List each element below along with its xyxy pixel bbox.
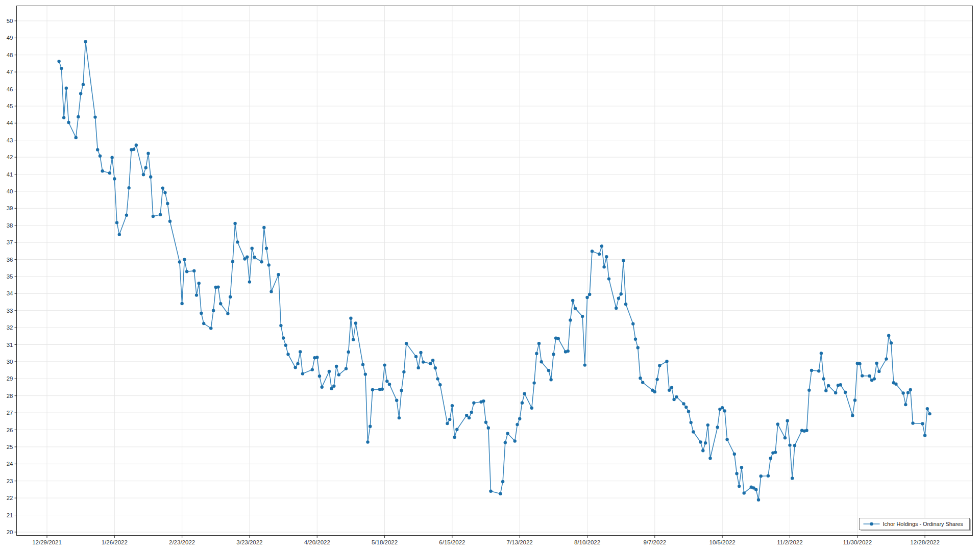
data-point-marker bbox=[658, 364, 661, 367]
data-point-marker bbox=[328, 370, 331, 373]
data-point-marker bbox=[757, 498, 760, 502]
data-point-marker bbox=[504, 441, 507, 444]
data-point-marker bbox=[675, 395, 678, 398]
data-point-marker bbox=[501, 480, 504, 483]
data-point-marker bbox=[521, 402, 524, 405]
data-point-marker bbox=[159, 213, 162, 216]
data-point-marker bbox=[721, 406, 724, 409]
data-point-marker bbox=[873, 377, 876, 380]
data-point-marker bbox=[383, 363, 386, 366]
data-point-marker bbox=[233, 222, 236, 225]
data-point-marker bbox=[877, 370, 880, 373]
data-point-marker bbox=[180, 302, 183, 305]
data-point-marker bbox=[330, 387, 333, 390]
data-point-marker bbox=[438, 383, 442, 386]
data-point-marker bbox=[530, 407, 533, 410]
data-point-marker bbox=[513, 439, 517, 442]
y-tick-label: 38 bbox=[7, 222, 13, 229]
data-point-marker bbox=[284, 344, 287, 347]
data-point-marker bbox=[716, 425, 719, 429]
y-tick-label: 35 bbox=[7, 273, 13, 280]
data-point-marker bbox=[569, 318, 572, 321]
data-point-marker bbox=[482, 399, 485, 403]
y-tick-label: 21 bbox=[7, 512, 13, 518]
data-point-marker bbox=[516, 423, 519, 426]
data-point-marker bbox=[125, 214, 128, 217]
x-tick-label: 12/29/2021 bbox=[32, 539, 62, 545]
data-point-marker bbox=[692, 430, 695, 433]
y-tick-label: 20 bbox=[7, 529, 13, 535]
data-point-marker bbox=[701, 449, 704, 452]
y-tick-label: 28 bbox=[7, 393, 13, 399]
data-point-marker bbox=[906, 391, 910, 394]
y-tick-label: 47 bbox=[7, 69, 13, 75]
data-point-marker bbox=[567, 349, 570, 353]
data-point-marker bbox=[149, 176, 152, 179]
data-point-marker bbox=[110, 156, 113, 159]
data-point-marker bbox=[760, 474, 763, 478]
data-point-marker bbox=[431, 359, 434, 362]
y-tick-label: 34 bbox=[7, 290, 13, 296]
data-point-marker bbox=[858, 362, 861, 365]
data-point-marker bbox=[414, 355, 418, 358]
data-point-marker bbox=[251, 247, 254, 250]
data-point-marker bbox=[723, 409, 726, 412]
data-point-marker bbox=[547, 369, 550, 372]
data-point-marker bbox=[216, 285, 219, 288]
y-tick-label: 43 bbox=[7, 137, 13, 143]
y-tick-label: 27 bbox=[7, 410, 13, 416]
data-point-marker bbox=[246, 256, 249, 259]
data-point-marker bbox=[706, 423, 709, 427]
x-tick-label: 1/26/2022 bbox=[102, 539, 128, 545]
data-point-marker bbox=[725, 438, 728, 441]
data-point-marker bbox=[369, 425, 372, 428]
data-point-marker bbox=[523, 392, 526, 395]
y-tick-label: 37 bbox=[7, 239, 13, 245]
data-point-marker bbox=[417, 366, 420, 369]
y-tick-label: 41 bbox=[7, 171, 13, 178]
data-point-marker bbox=[793, 444, 796, 447]
data-point-marker bbox=[769, 457, 772, 460]
data-point-marker bbox=[788, 443, 791, 446]
data-point-marker bbox=[99, 155, 102, 158]
data-point-marker bbox=[537, 342, 541, 345]
data-point-marker bbox=[557, 337, 560, 340]
data-point-marker bbox=[347, 350, 350, 354]
data-point-marker bbox=[774, 450, 777, 454]
data-point-marker bbox=[767, 474, 770, 478]
y-tick-label: 25 bbox=[7, 444, 13, 450]
data-point-marker bbox=[318, 374, 321, 378]
data-point-marker bbox=[198, 282, 201, 285]
data-point-marker bbox=[388, 383, 391, 386]
data-point-marker bbox=[349, 317, 352, 320]
data-point-marker bbox=[294, 366, 297, 369]
data-point-marker bbox=[108, 171, 111, 174]
data-point-marker bbox=[135, 143, 138, 146]
y-tick-label: 49 bbox=[7, 35, 13, 41]
data-point-marker bbox=[402, 370, 405, 373]
data-point-marker bbox=[532, 381, 535, 384]
data-point-marker bbox=[267, 263, 271, 266]
data-point-marker bbox=[733, 453, 736, 456]
data-point-marker bbox=[142, 173, 145, 176]
axis-labels: 2021222324252627282930313233343536373839… bbox=[7, 18, 940, 545]
data-point-marker bbox=[229, 295, 232, 298]
data-point-marker bbox=[75, 136, 78, 139]
data-point-marker bbox=[192, 269, 195, 272]
data-point-marker bbox=[385, 380, 388, 383]
data-point-marker bbox=[851, 414, 854, 417]
data-point-marker bbox=[231, 260, 234, 263]
data-point-marker bbox=[321, 386, 324, 389]
data-point-marker bbox=[163, 191, 166, 194]
data-point-marker bbox=[455, 428, 458, 431]
data-point-marker bbox=[776, 422, 779, 425]
data-point-marker bbox=[311, 368, 314, 371]
x-tick-label: 3/23/2022 bbox=[236, 539, 262, 545]
data-point-marker bbox=[270, 290, 273, 293]
data-point-marker bbox=[282, 336, 285, 339]
data-point-marker bbox=[248, 280, 251, 283]
data-point-marker bbox=[540, 360, 543, 363]
data-point-marker bbox=[364, 372, 367, 375]
x-tick-label: 11/2/2022 bbox=[777, 539, 802, 545]
x-tick-label: 7/13/2022 bbox=[507, 539, 533, 545]
